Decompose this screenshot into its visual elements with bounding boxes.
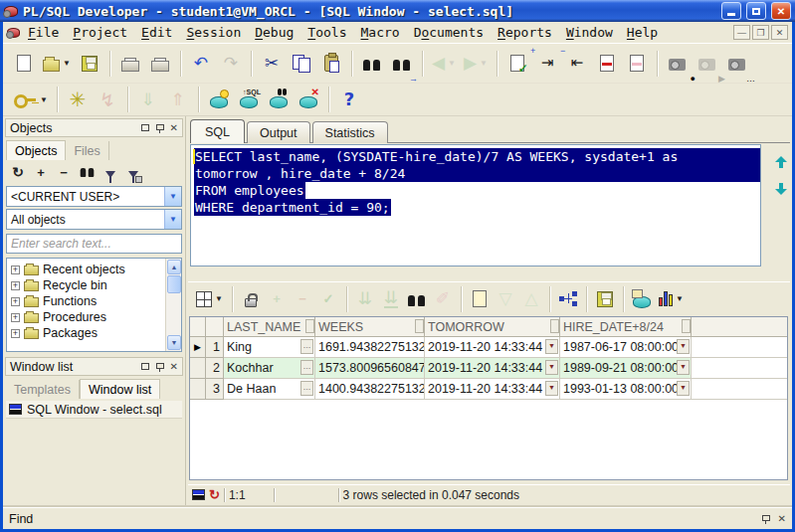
expand-icon[interactable]: +	[11, 313, 20, 322]
macro-library-icon[interactable]: …	[722, 49, 752, 79]
schema-combo-dropdown-icon[interactable]: ▼	[164, 187, 181, 206]
syntax-check-icon[interactable]	[502, 49, 532, 79]
cell-last-name[interactable]: De Haan…	[224, 379, 315, 400]
menu-help[interactable]: Help	[621, 23, 664, 42]
schema-combo[interactable]: <CURRENT USER> ▼	[6, 186, 182, 207]
unindent-icon[interactable]: ⇤−	[562, 49, 592, 79]
sql-editor[interactable]: SELECT last_name, (SYSDATE-hire_date)/7 …	[190, 144, 761, 266]
cell-weeks[interactable]: 1573.80096560847	[315, 358, 425, 379]
copy-icon[interactable]	[287, 49, 316, 79]
cell-tomorrow[interactable]: 2019-11-20 14:33:44▼	[425, 379, 560, 400]
ellipsis-button[interactable]: …	[300, 360, 313, 375]
find-object-icon[interactable]	[77, 162, 98, 182]
scroll-up-icon[interactable]: ▲	[167, 260, 181, 274]
close-panel-icon[interactable]: ✕	[170, 362, 178, 372]
page-setup-icon[interactable]	[145, 49, 175, 79]
table-row[interactable]: 2 Kochhar… 1573.80096560847 2019-11-20 1…	[190, 358, 787, 379]
header-button[interactable]	[550, 319, 559, 333]
date-dropdown-icon[interactable]: ▼	[545, 339, 558, 354]
cell-tomorrow[interactable]: 2019-11-20 14:33:44▼	[425, 337, 560, 358]
cell-weeks[interactable]: 1400.94382275132	[315, 379, 425, 400]
pin-panel-icon[interactable]	[155, 362, 164, 372]
new-document-icon[interactable]	[9, 49, 39, 79]
expand-icon[interactable]: +	[11, 266, 20, 274]
expand-icon[interactable]: +	[11, 297, 20, 306]
tab-files[interactable]: Files	[66, 141, 108, 160]
find-record-icon[interactable]	[404, 286, 430, 312]
next-marker-icon[interactable]	[592, 49, 622, 79]
tree-item-procedures[interactable]: + Procedures	[11, 309, 181, 325]
menu-session[interactable]: Session	[180, 23, 247, 42]
column-header-last-name[interactable]: LAST_NAME	[224, 317, 315, 337]
cell-last-name[interactable]: Kochhar…	[224, 358, 315, 379]
header-button[interactable]	[305, 319, 314, 333]
date-dropdown-icon[interactable]: ▼	[545, 381, 558, 396]
scroll-down-icon[interactable]: ▼	[167, 335, 181, 350]
pin-panel-icon[interactable]	[155, 123, 164, 133]
undo-icon[interactable]: ↶	[186, 49, 216, 79]
menu-edit[interactable]: Edit	[135, 23, 178, 42]
header-button[interactable]	[682, 319, 691, 333]
restore-button[interactable]	[746, 2, 766, 20]
cell-tomorrow[interactable]: 2019-11-20 14:33:44▼	[425, 358, 560, 379]
execute-sql-icon[interactable]	[234, 87, 264, 113]
add-icon[interactable]: +	[31, 162, 51, 182]
menu-macro[interactable]: Macro	[355, 23, 406, 42]
mdi-restore-button[interactable]: ❐	[752, 25, 769, 40]
menu-reports[interactable]: Reports	[492, 23, 558, 42]
expand-icon[interactable]: +	[11, 281, 20, 290]
menu-debug[interactable]: Debug	[249, 23, 299, 42]
tab-statistics[interactable]: Statistics	[312, 121, 388, 143]
date-dropdown-icon[interactable]: ▼	[545, 360, 558, 375]
print-icon[interactable]	[115, 49, 145, 79]
menu-documents[interactable]: Documents	[408, 23, 490, 42]
tree-item-recycle-bin[interactable]: + Recycle bin	[11, 277, 181, 293]
close-button[interactable]: ✕	[771, 2, 791, 20]
tab-objects[interactable]: Objects	[6, 140, 66, 160]
minimize-button[interactable]	[721, 2, 741, 20]
auto-refresh-icon[interactable]: ↻	[209, 488, 220, 501]
export-to-database-icon[interactable]	[629, 286, 655, 312]
cell-hire-date[interactable]: 1987-06-17 08:00:00▼	[560, 337, 692, 358]
record-macro-icon[interactable]: ●	[663, 49, 693, 79]
filter-icon[interactable]	[100, 162, 120, 182]
rollback-icon[interactable]	[294, 87, 323, 113]
remove-icon[interactable]: −	[54, 162, 74, 182]
help-icon[interactable]: ?	[334, 87, 364, 113]
object-search-input[interactable]	[7, 235, 181, 253]
close-panel-icon[interactable]: ✕	[170, 123, 178, 133]
date-dropdown-icon[interactable]: ▼	[677, 339, 690, 354]
mdi-minimize-button[interactable]: —	[733, 25, 750, 40]
find-icon[interactable]	[357, 49, 387, 79]
previous-statement-icon[interactable]	[775, 156, 787, 169]
float-panel-icon[interactable]	[141, 363, 149, 370]
find-next-icon[interactable]: →	[387, 49, 417, 79]
cell-hire-date[interactable]: 1993-01-13 08:00:00▼	[560, 379, 692, 400]
column-header-tomorrow[interactable]: TOMORROW	[425, 317, 560, 337]
object-filter-combo[interactable]: All objects ▼	[6, 209, 182, 230]
menu-project[interactable]: Project	[67, 23, 133, 42]
save-results-icon[interactable]	[592, 286, 618, 312]
ellipsis-button[interactable]: …	[300, 381, 313, 396]
refresh-icon[interactable]: ↻	[8, 162, 28, 182]
object-filter-dropdown-icon[interactable]: ▼	[164, 210, 181, 229]
result-grid[interactable]: LAST_NAME WEEKS TOMORROW HIRE_DATE+8/24 …	[189, 316, 788, 480]
tab-output[interactable]: Output	[247, 121, 310, 143]
cut-icon[interactable]: ✂	[257, 49, 287, 79]
open-file-icon[interactable]: ▼	[39, 49, 75, 79]
next-statement-icon[interactable]	[775, 182, 787, 195]
menu-window[interactable]: Window	[560, 23, 619, 42]
find-database-objects-icon[interactable]	[264, 87, 294, 113]
previous-marker-icon[interactable]	[622, 49, 652, 79]
table-row[interactable]: ▶ 1 King… 1691.94382275132 2019-11-20 14…	[190, 337, 787, 358]
tree-item-functions[interactable]: + Functions	[11, 293, 181, 309]
indent-icon[interactable]: ⇥+	[532, 49, 562, 79]
commit-icon[interactable]	[204, 87, 234, 113]
cell-last-name[interactable]: King…	[224, 337, 315, 358]
scrollbar-thumb[interactable]	[167, 275, 181, 293]
date-dropdown-icon[interactable]: ▼	[677, 360, 690, 375]
menu-file[interactable]: File	[22, 23, 65, 42]
window-list-item[interactable]: SQL Window - select.sql	[6, 401, 182, 419]
mdi-close-button[interactable]: ✕	[771, 25, 788, 40]
tree-scrollbar[interactable]: ▲ ▼	[165, 259, 181, 351]
